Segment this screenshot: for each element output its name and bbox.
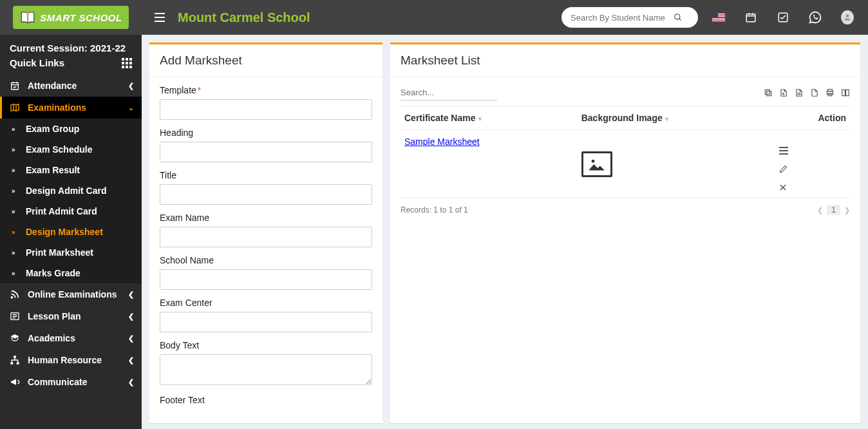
- logo-area[interactable]: SMART SCHOOL: [0, 0, 142, 35]
- logo-badge: SMART SCHOOL: [13, 6, 128, 29]
- user-avatar[interactable]: [841, 11, 854, 24]
- logo-text: SMART SCHOOL: [40, 12, 122, 23]
- svg-point-3: [846, 14, 849, 17]
- calendar-icon[interactable]: [744, 11, 757, 24]
- svg-point-0: [675, 14, 680, 19]
- top-header: SMART SCHOOL Mount Carmel School: [0, 0, 868, 35]
- task-check-icon[interactable]: [777, 11, 789, 24]
- student-search[interactable]: [561, 7, 698, 28]
- header-right: Mount Carmel School: [142, 7, 868, 28]
- whatsapp-icon[interactable]: [809, 11, 822, 24]
- menu-toggle-icon[interactable]: [151, 9, 169, 26]
- flag-icon[interactable]: [712, 11, 725, 24]
- svg-rect-1: [746, 14, 755, 22]
- book-icon: [19, 9, 36, 26]
- school-name: Mount Carmel School: [178, 10, 310, 25]
- search-icon[interactable]: [674, 13, 683, 22]
- student-search-input[interactable]: [571, 13, 674, 23]
